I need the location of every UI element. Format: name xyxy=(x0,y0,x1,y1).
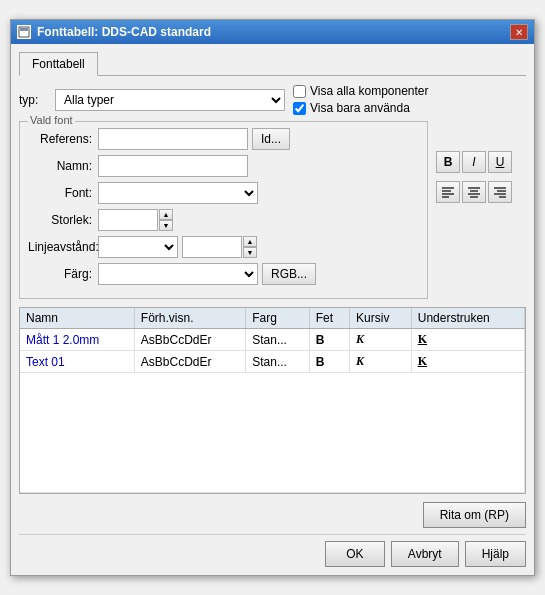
row1-kursiv: K xyxy=(350,329,412,351)
storlek-up-btn[interactable]: ▲ xyxy=(159,209,173,220)
row1-farg: Stan... xyxy=(246,329,309,351)
storlek-spinner: ▲ ▼ xyxy=(159,209,173,231)
italic-button[interactable]: I xyxy=(462,151,486,173)
align-left-button[interactable] xyxy=(436,181,460,203)
linjeavstand-down-btn[interactable]: ▼ xyxy=(243,247,257,258)
main-window: Fonttabell: DDS-CAD standard ✕ Fonttabel… xyxy=(10,19,535,576)
visa-alla-label: Visa alla komponenter xyxy=(310,84,429,98)
row2-farg: Stan... xyxy=(246,351,309,373)
col-understruken: Understruken xyxy=(411,308,524,329)
col-namn: Namn xyxy=(20,308,134,329)
farg-label: Färg: xyxy=(28,267,98,281)
align-center-button[interactable] xyxy=(462,181,486,203)
row2-understruken: K xyxy=(411,351,524,373)
formatting-buttons: B I U xyxy=(436,151,526,173)
linjeavstand-label: Linjeavstånd: xyxy=(28,240,98,254)
main-content: Vald font Referens: Id... Namn: xyxy=(19,121,526,567)
namn-row: Namn: xyxy=(28,155,419,177)
row1-namn[interactable]: Mått 1 2.0mm xyxy=(26,333,99,347)
tab-bar: Fonttabell xyxy=(19,52,526,76)
row1-forh: AsBbCcDdEr xyxy=(134,329,245,351)
row2-namn[interactable]: Text 01 xyxy=(26,355,65,369)
visa-bara-checkbox[interactable] xyxy=(293,102,306,115)
svg-rect-1 xyxy=(20,28,28,31)
row1-fet: B xyxy=(309,329,349,351)
vald-font-section: Vald font Referens: Id... Namn: xyxy=(19,121,428,299)
col-fet: Fet xyxy=(309,308,349,329)
table-empty-row xyxy=(20,373,525,493)
linjeavstand-spinner: ▲ ▼ xyxy=(243,236,257,258)
type-select[interactable]: Alla typer xyxy=(55,89,285,111)
storlek-label: Storlek: xyxy=(28,213,98,227)
table-row[interactable]: Mått 1 2.0mm AsBbCcDdEr Stan... B K K xyxy=(20,329,525,351)
row2-forh: AsBbCcDdEr xyxy=(134,351,245,373)
font-select[interactable] xyxy=(98,182,258,204)
align-right-button[interactable] xyxy=(488,181,512,203)
align-buttons xyxy=(436,181,526,203)
visa-bara-label: Visa bara använda xyxy=(310,101,410,115)
namn-label: Namn: xyxy=(28,159,98,173)
linjeavstand-up-btn[interactable]: ▲ xyxy=(243,236,257,247)
referens-row: Referens: Id... xyxy=(28,128,419,150)
row2-fet: B xyxy=(309,351,349,373)
referens-label: Referens: xyxy=(28,132,98,146)
linjeavstand-value[interactable] xyxy=(182,236,242,258)
type-label: typ: xyxy=(19,93,55,107)
storlek-row: Storlek: ▲ ▼ xyxy=(28,209,419,231)
tab-fonttabell[interactable]: Fonttabell xyxy=(19,52,98,76)
farg-row: Färg: RGB... xyxy=(28,263,419,285)
col-forh: Förh.visn. xyxy=(134,308,245,329)
underline-button[interactable]: U xyxy=(488,151,512,173)
referens-input[interactable] xyxy=(98,128,248,150)
namn-input[interactable] xyxy=(98,155,248,177)
bold-button[interactable]: B xyxy=(436,151,460,173)
bottom-buttons: OK Avbryt Hjälp xyxy=(19,534,526,567)
font-label: Font: xyxy=(28,186,98,200)
redraw-button[interactable]: Rita om (RP) xyxy=(423,502,526,528)
right-column: B I U xyxy=(436,121,526,307)
rgb-button[interactable]: RGB... xyxy=(262,263,316,285)
visa-alla-row: Visa alla komponenter xyxy=(293,84,429,98)
hjälp-button[interactable]: Hjälp xyxy=(465,541,526,567)
left-column: Vald font Referens: Id... Namn: xyxy=(19,121,428,307)
avbryt-button[interactable]: Avbryt xyxy=(391,541,459,567)
row1-understruken: K xyxy=(411,329,524,351)
vald-font-legend: Vald font xyxy=(28,114,75,126)
table-row[interactable]: Text 01 AsBbCcDdEr Stan... B K K xyxy=(20,351,525,373)
linjeavstand-select[interactable] xyxy=(98,236,178,258)
linjeavstand-row: Linjeavstånd: ▲ ▼ xyxy=(28,236,419,258)
window-title: Fonttabell: DDS-CAD standard xyxy=(37,25,211,39)
storlek-input[interactable] xyxy=(98,209,158,231)
title-bar: Fonttabell: DDS-CAD standard ✕ xyxy=(11,20,534,44)
close-button[interactable]: ✕ xyxy=(510,24,528,40)
ok-button[interactable]: OK xyxy=(325,541,385,567)
col-kursiv: Kursiv xyxy=(350,308,412,329)
font-table: Namn Förh.visn. Farg Fet Kursiv Understr… xyxy=(19,307,526,494)
id-button[interactable]: Id... xyxy=(252,128,290,150)
visa-alla-checkbox[interactable] xyxy=(293,85,306,98)
window-icon xyxy=(17,25,31,39)
type-row: typ: Alla typer Visa alla komponenter Vi… xyxy=(19,84,526,115)
visa-bara-row: Visa bara använda xyxy=(293,101,429,115)
farg-select[interactable] xyxy=(98,263,258,285)
window-body: Fonttabell typ: Alla typer Visa alla kom… xyxy=(11,44,534,575)
storlek-down-btn[interactable]: ▼ xyxy=(159,220,173,231)
font-row: Font: xyxy=(28,182,419,204)
col-farg: Farg xyxy=(246,308,309,329)
row2-kursiv: K xyxy=(350,351,412,373)
